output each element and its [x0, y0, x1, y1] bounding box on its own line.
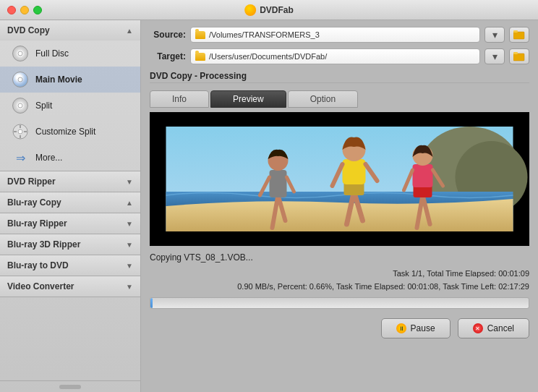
arrow-icon: ⇒ [16, 151, 25, 165]
sidebar-item-customize-split[interactable]: Customize Split [0, 119, 140, 145]
status-speed: 0.90 MB/s, Percent: 0.66%, Task Time Ela… [150, 282, 529, 291]
sidebar-item-split[interactable]: Split [0, 93, 140, 119]
target-label: Target: [150, 51, 186, 61]
pause-button[interactable]: ⏸ Pause [381, 318, 451, 338]
sidebar-header-bluray-ripper[interactable]: Blu-ray Ripper ▼ [0, 213, 140, 234]
sidebar-section-bluray-ripper: Blu-ray Ripper ▼ [0, 213, 140, 234]
target-path: /Users/user/Documents/DVDFab/ [209, 52, 475, 61]
traffic-lights [7, 6, 42, 14]
sidebar-header-bluray-copy[interactable]: Blu-ray Copy ▲ [0, 192, 140, 213]
app-title: DVDFab [244, 4, 294, 16]
svg-rect-18 [270, 170, 287, 197]
sidebar-item-full-disc[interactable]: Full Disc [0, 41, 140, 67]
sidebar-section-bluray-3d-ripper: Blu-ray 3D Ripper ▼ [0, 234, 140, 255]
source-input[interactable]: /Volumes/TRANSFORMERS_3 [190, 27, 480, 43]
target-folder-open-icon [513, 51, 525, 61]
sidebar-header-dvd-copy[interactable]: DVD Copy ▲ [0, 20, 140, 41]
close-button[interactable] [7, 6, 16, 14]
bottom-buttons: ⏸ Pause ✕ Cancel [150, 315, 529, 341]
svg-rect-8 [513, 54, 524, 61]
status-task: Task 1/1, Total Time Elapsed: 00:01:09 [150, 269, 529, 278]
sidebar-resize-handle[interactable] [0, 380, 140, 392]
sidebar-section-dvd-copy: DVD Copy ▲ Full Disc Main Movie Split [0, 20, 140, 171]
chevron-icon: ▲ [126, 27, 133, 35]
sidebar-item-main-movie[interactable]: Main Movie [0, 67, 140, 93]
progress-bar-container [150, 297, 529, 309]
sidebar-section-bluray-to-dvd: Blu-ray to DVD ▼ [0, 255, 140, 276]
svg-rect-10 [166, 112, 513, 127]
disc-icon-2 [12, 98, 28, 114]
disc-icon [12, 46, 28, 61]
tabs-row: Info Preview Option [150, 89, 529, 108]
tab-preview[interactable]: Preview [210, 90, 286, 108]
main-container: DVD Copy ▲ Full Disc Main Movie Split [0, 20, 538, 392]
svg-rect-11 [166, 231, 513, 246]
target-folder-icon [195, 53, 205, 61]
folder-open-icon [513, 30, 525, 40]
sidebar-header-dvd-ripper[interactable]: DVD Ripper ▼ [0, 171, 140, 192]
sidebar: DVD Copy ▲ Full Disc Main Movie Split [0, 20, 141, 392]
source-folder-icon [195, 31, 205, 39]
pause-icon: ⏸ [396, 323, 406, 333]
sidebar-section-dvd-ripper: DVD Ripper ▼ [0, 171, 140, 192]
target-dropdown-button[interactable]: ▾ [484, 48, 505, 64]
sidebar-header-bluray-to-dvd[interactable]: Blu-ray to DVD ▼ [0, 255, 140, 276]
svg-rect-32 [413, 164, 433, 187]
chevron-icon-4: ▼ [126, 220, 133, 228]
sidebar-section-video-converter: Video Converter ▼ [0, 276, 140, 297]
processing-header: DVD Copy - Processing [150, 69, 529, 83]
svg-rect-7 [513, 30, 518, 33]
source-browse-button[interactable] [509, 27, 529, 43]
title-bar: DVDFab [0, 0, 538, 20]
resize-handle-bar [59, 385, 81, 389]
sidebar-section-bluray-copy: Blu-ray Copy ▲ [0, 192, 140, 213]
target-input[interactable]: /Users/user/Documents/DVDFab/ [190, 48, 480, 64]
tab-option[interactable]: Option [288, 90, 358, 108]
target-browse-button[interactable] [509, 48, 529, 64]
cancel-button[interactable]: ✕ Cancel [458, 318, 529, 338]
chevron-icon-5: ▼ [126, 241, 133, 249]
sidebar-header-video-converter[interactable]: Video Converter ▼ [0, 276, 140, 297]
customize-icon [12, 124, 28, 140]
tab-info[interactable]: Info [150, 90, 209, 108]
chevron-icon-7: ▼ [126, 283, 133, 291]
svg-rect-25 [343, 159, 366, 184]
svg-rect-6 [513, 32, 524, 39]
source-label: Source: [150, 30, 186, 40]
chevron-icon-2: ▼ [126, 178, 133, 186]
target-row: Target: /Users/user/Documents/DVDFab/ ▾ [150, 48, 529, 65]
chevron-icon-3: ▲ [126, 199, 133, 207]
cancel-icon: ✕ [473, 323, 483, 333]
chevron-icon-6: ▼ [126, 262, 133, 270]
source-row: Source: /Volumes/TRANSFORMERS_3 ▾ [150, 26, 529, 43]
status-copying: Copying VTS_08_1.VOB... [150, 250, 529, 265]
app-icon [244, 4, 256, 16]
preview-image [150, 112, 529, 246]
svg-rect-9 [513, 52, 518, 54]
source-dropdown-button[interactable]: ▾ [484, 27, 505, 43]
progress-bar-fill [150, 298, 153, 308]
source-path: /Volumes/TRANSFORMERS_3 [209, 30, 475, 39]
content-area: Source: /Volumes/TRANSFORMERS_3 ▾ Target… [141, 20, 538, 392]
maximize-button[interactable] [33, 6, 42, 14]
disc-active-icon [12, 72, 28, 88]
minimize-button[interactable] [20, 6, 29, 14]
sidebar-header-bluray-3d-ripper[interactable]: Blu-ray 3D Ripper ▼ [0, 234, 140, 255]
svg-point-1 [18, 129, 22, 134]
preview-container [150, 112, 529, 246]
sidebar-item-more[interactable]: ⇒ More... [0, 145, 140, 171]
